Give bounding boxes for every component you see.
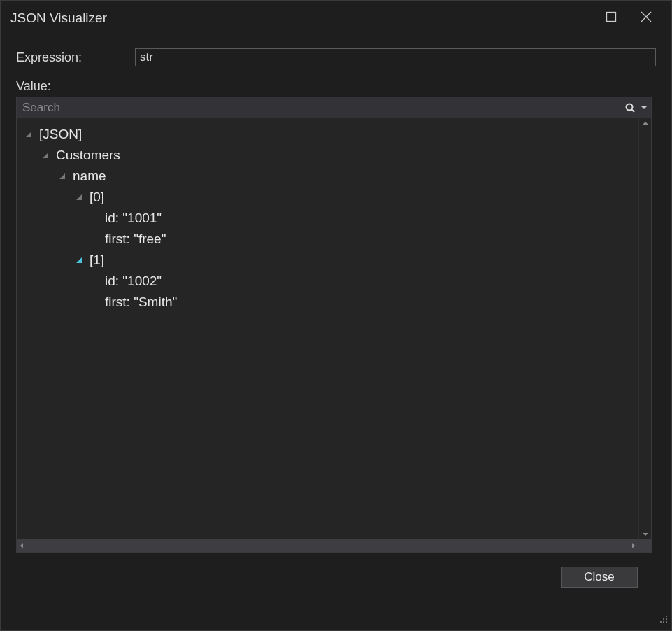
scroll-down-icon[interactable]	[639, 530, 652, 539]
tree-leaf[interactable]: first: "free"	[17, 229, 638, 250]
tree-leaf-text: id: "1001"	[105, 211, 162, 226]
horizontal-scrollbar[interactable]	[17, 539, 638, 552]
tree-label: Customers	[56, 148, 120, 163]
svg-line-4	[632, 109, 635, 112]
expression-row: Expression:	[16, 48, 656, 66]
tree-wrap: [JSON] Customers name	[17, 118, 651, 539]
close-window-button[interactable]	[641, 11, 652, 26]
search-dropdown-icon[interactable]	[640, 105, 648, 111]
expand-toggle-icon[interactable]	[41, 150, 50, 160]
tree-label: name	[73, 169, 106, 184]
expand-toggle-icon[interactable]	[24, 129, 34, 139]
svg-point-10	[666, 621, 667, 623]
tree-panel: [JSON] Customers name	[16, 97, 652, 553]
tree-leaf[interactable]: first: "Smith"	[17, 292, 638, 313]
tree-leaf-text: first: "Smith"	[105, 295, 177, 310]
svg-point-5	[666, 616, 667, 617]
value-label: Value:	[16, 79, 656, 94]
window-controls	[606, 11, 671, 26]
expand-toggle-icon[interactable]	[74, 255, 84, 265]
tree-node-customers[interactable]: Customers	[17, 145, 638, 166]
tree-label: [JSON]	[39, 127, 82, 142]
tree-node-item-0[interactable]: [0]	[17, 187, 638, 208]
scroll-left-icon[interactable]	[17, 539, 27, 552]
tree-label: [0]	[90, 190, 104, 205]
maximize-button[interactable]	[606, 11, 617, 26]
tree-leaf[interactable]: id: "1002"	[17, 271, 638, 292]
svg-point-9	[663, 621, 664, 623]
tree-leaf-text: first: "free"	[105, 232, 166, 247]
svg-point-6	[663, 618, 664, 620]
svg-point-3	[627, 104, 633, 110]
expression-label: Expression:	[16, 50, 135, 65]
window-title: JSON Visualizer	[10, 10, 107, 26]
horizontal-scroll-row	[17, 539, 651, 552]
tree-node-name[interactable]: name	[17, 166, 638, 187]
dialog-content: Expression: Value: [JS	[1, 36, 671, 588]
tree-leaf-text: id: "1002"	[105, 274, 162, 289]
close-button[interactable]: Close	[561, 567, 638, 588]
tree-label: [1]	[90, 253, 104, 268]
expression-input[interactable]	[135, 48, 656, 66]
scroll-corner	[638, 539, 651, 552]
expand-toggle-icon[interactable]	[74, 192, 84, 202]
scroll-right-icon[interactable]	[629, 539, 638, 552]
resize-grip-icon[interactable]	[658, 613, 668, 627]
svg-rect-0	[607, 12, 616, 21]
svg-point-7	[666, 618, 667, 620]
search-bar	[17, 97, 651, 118]
expand-toggle-icon[interactable]	[57, 171, 67, 181]
svg-point-8	[660, 621, 662, 623]
vertical-scrollbar[interactable]	[638, 118, 651, 539]
dialog-footer: Close	[16, 553, 656, 588]
tree-node-item-1[interactable]: [1]	[17, 250, 638, 271]
window-titlebar: JSON Visualizer	[1, 1, 671, 36]
tree-area[interactable]: [JSON] Customers name	[17, 118, 638, 539]
search-input[interactable]	[17, 97, 620, 118]
search-icon[interactable]	[620, 97, 640, 118]
tree-node-root[interactable]: [JSON]	[17, 124, 638, 145]
tree-leaf[interactable]: id: "1001"	[17, 208, 638, 229]
scroll-up-icon[interactable]	[639, 118, 652, 128]
